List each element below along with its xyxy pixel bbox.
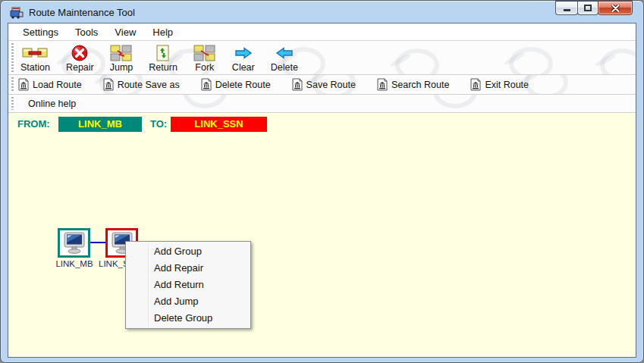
delete-arrow-left-icon	[275, 45, 294, 61]
context-menu-item-add-jump[interactable]: Add Jump	[126, 293, 250, 310]
tool-label: Delete	[271, 62, 298, 73]
exit-route-button[interactable]: Exit Route	[470, 78, 529, 91]
route-button-label: Load Route	[33, 80, 82, 90]
tool-station[interactable]: Station	[17, 43, 53, 73]
bank-document-icon	[17, 78, 30, 91]
from-value-badge: LINK_MB	[58, 117, 142, 132]
tool-return[interactable]: Return	[146, 43, 181, 73]
tool-label: Clear	[232, 62, 255, 73]
menu-bar: Settings Tools View Help	[8, 23, 636, 41]
watermark-logo	[395, 49, 439, 75]
toolbar-grip[interactable]	[11, 43, 14, 72]
tool-delete[interactable]: Delete	[268, 43, 301, 73]
tool-jump[interactable]: Jump	[107, 43, 137, 73]
tool-clear[interactable]: Clear	[229, 43, 258, 73]
watermark-logo	[524, 75, 568, 95]
route-canvas[interactable]: FROM: LINK_MB TO: LINK_SSN	[8, 113, 636, 357]
bank-document-icon	[470, 78, 482, 91]
watermark-logo	[183, 95, 227, 108]
tool-repair[interactable]: Repair	[63, 43, 97, 73]
minimize-icon	[564, 9, 570, 11]
load-route-button[interactable]: Load Route	[17, 78, 82, 91]
node-link-mb[interactable]	[58, 228, 90, 258]
to-value-badge: LINK_SSN	[171, 117, 267, 132]
watermark-logo	[433, 95, 477, 108]
toolbar-grip[interactable]	[11, 97, 14, 110]
context-menu-item-delete-group[interactable]: Delete Group	[126, 310, 250, 327]
route-button-label: Delete Route	[215, 80, 271, 90]
tool-label: Station	[20, 62, 50, 73]
from-label: FROM:	[17, 118, 50, 130]
maximize-button[interactable]	[577, 1, 598, 15]
clear-arrow-right-icon	[234, 45, 253, 61]
route-button-label: Search Route	[391, 80, 449, 90]
bank-document-icon	[376, 78, 388, 91]
menu-settings[interactable]: Settings	[14, 25, 67, 39]
bank-document-icon	[291, 78, 303, 91]
context-menu-item-add-repair[interactable]: Add Repair	[126, 260, 250, 277]
window-title: Route Maintenance Tool	[29, 7, 135, 18]
window-controls	[556, 1, 633, 15]
station-link-icon	[22, 45, 48, 61]
tool-fork[interactable]: Fork	[190, 43, 219, 73]
toolbar-help: Online help	[8, 95, 636, 113]
jump-folders-icon	[110, 45, 133, 61]
bank-document-icon	[102, 78, 115, 91]
watermark-logo	[509, 47, 553, 75]
close-button[interactable]	[598, 1, 633, 15]
menu-view[interactable]: View	[106, 25, 144, 39]
route-button-label: Route Save as	[118, 80, 180, 90]
node-label-link-mb: LINK_MB	[47, 259, 102, 268]
close-icon	[611, 5, 620, 12]
tool-label: Fork	[195, 62, 214, 73]
context-menu-item-add-group[interactable]: Add Group	[126, 243, 250, 260]
tool-label: Jump	[110, 62, 134, 73]
route-button-label: Exit Route	[485, 80, 529, 90]
app-window: Route Maintenance Tool Settings Tools Vi…	[0, 0, 644, 363]
route-button-label: Save Route	[306, 80, 356, 90]
minimize-button[interactable]	[555, 1, 578, 15]
context-menu-item-add-return[interactable]: Add Return	[126, 277, 250, 293]
toolbar-route: Load Route Route Save as	[8, 75, 636, 95]
online-help-button[interactable]: Online help	[28, 99, 76, 109]
context-menu: Add Group Add Repair Add Return Add Jump…	[125, 241, 251, 329]
route-save-as-button[interactable]: Route Save as	[102, 78, 180, 91]
delete-route-button[interactable]: Delete Route	[200, 78, 271, 91]
save-route-button[interactable]: Save Route	[291, 78, 356, 91]
app-icon	[10, 7, 24, 19]
title-bar[interactable]: Route Maintenance Tool	[1, 1, 643, 23]
bank-document-icon	[200, 78, 212, 91]
to-label: TO:	[150, 118, 167, 130]
repair-error-icon	[71, 45, 88, 61]
fork-folders-icon	[193, 45, 216, 61]
tool-label: Repair	[66, 62, 94, 73]
search-route-button[interactable]: Search Route	[376, 78, 449, 91]
route-endpoints-bar: FROM: LINK_MB TO: LINK_SSN	[8, 116, 636, 133]
return-document-icon	[156, 45, 170, 61]
window-inner: Settings Tools View Help	[8, 23, 636, 358]
node-connector-line	[90, 242, 105, 243]
menu-help[interactable]: Help	[144, 25, 181, 39]
computer-icon	[62, 232, 86, 255]
maximize-icon	[584, 5, 592, 11]
toolbar-main: Station Repair	[8, 41, 636, 75]
tool-label: Return	[149, 62, 177, 73]
menu-tools[interactable]: Tools	[67, 25, 106, 39]
watermark-logo	[600, 49, 636, 75]
toolbar-grip[interactable]	[11, 77, 14, 92]
